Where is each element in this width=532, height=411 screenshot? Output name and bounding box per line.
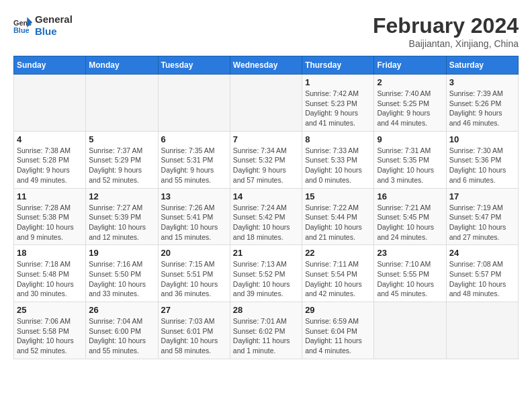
day-number: 18	[17, 248, 83, 258]
day-info: Sunrise: 7:11 AMSunset: 5:54 PMDaylight:…	[305, 259, 371, 299]
day-number: 1	[305, 77, 371, 87]
calendar-week-row: 11Sunrise: 7:28 AMSunset: 5:38 PMDayligh…	[14, 188, 519, 245]
day-info: Sunrise: 7:18 AMSunset: 5:48 PMDaylight:…	[17, 259, 83, 299]
calendar-cell: 23Sunrise: 7:10 AMSunset: 5:55 PMDayligh…	[374, 245, 446, 302]
day-number: 2	[377, 77, 443, 87]
day-number: 15	[305, 191, 371, 201]
svg-text:Blue: Blue	[13, 26, 30, 34]
day-info: Sunrise: 7:04 AMSunset: 6:00 PMDaylight:…	[89, 316, 154, 356]
day-info: Sunrise: 7:16 AMSunset: 5:50 PMDaylight:…	[89, 259, 154, 299]
day-info: Sunrise: 7:31 AMSunset: 5:35 PMDaylight:…	[377, 146, 443, 185]
calendar-cell	[86, 75, 158, 132]
day-info: Sunrise: 7:34 AMSunset: 5:32 PMDaylight:…	[233, 146, 299, 185]
calendar-cell: 29Sunrise: 6:59 AMSunset: 6:04 PMDayligh…	[302, 302, 374, 359]
calendar-cell: 4Sunrise: 7:38 AMSunset: 5:28 PMDaylight…	[14, 131, 86, 188]
calendar-table: SundayMondayTuesdayWednesdayThursdayFrid…	[13, 56, 519, 359]
calendar-cell	[158, 75, 230, 132]
calendar-cell: 7Sunrise: 7:34 AMSunset: 5:32 PMDaylight…	[230, 131, 302, 188]
day-info: Sunrise: 7:42 AMSunset: 5:23 PMDaylight:…	[305, 89, 371, 128]
logo: General Blue General Blue	[13, 13, 73, 38]
day-info: Sunrise: 7:33 AMSunset: 5:33 PMDaylight:…	[305, 146, 371, 185]
calendar-cell: 21Sunrise: 7:13 AMSunset: 5:52 PMDayligh…	[230, 245, 302, 302]
day-number: 21	[233, 248, 299, 258]
calendar-cell: 25Sunrise: 7:06 AMSunset: 5:58 PMDayligh…	[14, 302, 86, 359]
calendar-cell: 12Sunrise: 7:27 AMSunset: 5:39 PMDayligh…	[86, 188, 158, 245]
day-info: Sunrise: 6:59 AMSunset: 6:04 PMDaylight:…	[305, 316, 371, 356]
calendar-week-row: 25Sunrise: 7:06 AMSunset: 5:58 PMDayligh…	[14, 302, 519, 359]
logo-text-general: General	[35, 13, 73, 26]
day-number: 12	[89, 191, 154, 201]
day-info: Sunrise: 7:39 AMSunset: 5:26 PMDaylight:…	[449, 89, 515, 128]
day-info: Sunrise: 7:35 AMSunset: 5:31 PMDaylight:…	[161, 146, 227, 185]
day-info: Sunrise: 7:10 AMSunset: 5:55 PMDaylight:…	[377, 259, 443, 299]
day-number: 23	[377, 248, 443, 258]
calendar-header-row: SundayMondayTuesdayWednesdayThursdayFrid…	[14, 56, 519, 75]
calendar-cell: 10Sunrise: 7:30 AMSunset: 5:36 PMDayligh…	[446, 131, 518, 188]
weekday-header-monday: Monday	[86, 56, 158, 75]
day-info: Sunrise: 7:37 AMSunset: 5:29 PMDaylight:…	[89, 146, 154, 185]
calendar-cell	[446, 302, 518, 359]
day-info: Sunrise: 7:24 AMSunset: 5:42 PMDaylight:…	[233, 203, 299, 242]
day-number: 25	[17, 305, 83, 315]
day-info: Sunrise: 7:21 AMSunset: 5:45 PMDaylight:…	[377, 203, 443, 242]
day-number: 3	[449, 77, 515, 87]
calendar-cell: 27Sunrise: 7:03 AMSunset: 6:01 PMDayligh…	[158, 302, 230, 359]
day-number: 8	[305, 134, 371, 144]
calendar-week-row: 18Sunrise: 7:18 AMSunset: 5:48 PMDayligh…	[14, 245, 519, 302]
calendar-cell: 6Sunrise: 7:35 AMSunset: 5:31 PMDaylight…	[158, 131, 230, 188]
day-info: Sunrise: 7:19 AMSunset: 5:47 PMDaylight:…	[449, 203, 515, 242]
calendar-cell: 3Sunrise: 7:39 AMSunset: 5:26 PMDaylight…	[446, 75, 518, 132]
weekday-header-thursday: Thursday	[302, 56, 374, 75]
day-info: Sunrise: 7:13 AMSunset: 5:52 PMDaylight:…	[233, 259, 299, 299]
weekday-header-saturday: Saturday	[446, 56, 518, 75]
day-info: Sunrise: 7:38 AMSunset: 5:28 PMDaylight:…	[17, 146, 83, 185]
calendar-cell: 24Sunrise: 7:08 AMSunset: 5:57 PMDayligh…	[446, 245, 518, 302]
day-number: 20	[161, 248, 227, 258]
calendar-week-row: 1Sunrise: 7:42 AMSunset: 5:23 PMDaylight…	[14, 75, 519, 132]
day-number: 28	[233, 305, 299, 315]
calendar-cell: 9Sunrise: 7:31 AMSunset: 5:35 PMDaylight…	[374, 131, 446, 188]
day-number: 13	[161, 191, 227, 201]
calendar-cell: 18Sunrise: 7:18 AMSunset: 5:48 PMDayligh…	[14, 245, 86, 302]
day-number: 10	[449, 134, 515, 144]
calendar-cell: 8Sunrise: 7:33 AMSunset: 5:33 PMDaylight…	[302, 131, 374, 188]
day-info: Sunrise: 7:27 AMSunset: 5:39 PMDaylight:…	[89, 203, 154, 242]
calendar-cell: 28Sunrise: 7:01 AMSunset: 6:02 PMDayligh…	[230, 302, 302, 359]
day-number: 27	[161, 305, 227, 315]
day-number: 24	[449, 248, 515, 258]
month-title: February 2024	[373, 13, 519, 38]
weekday-header-sunday: Sunday	[14, 56, 86, 75]
calendar-cell: 22Sunrise: 7:11 AMSunset: 5:54 PMDayligh…	[302, 245, 374, 302]
day-info: Sunrise: 7:28 AMSunset: 5:38 PMDaylight:…	[17, 203, 83, 242]
calendar-cell: 16Sunrise: 7:21 AMSunset: 5:45 PMDayligh…	[374, 188, 446, 245]
calendar-cell	[374, 302, 446, 359]
calendar-cell: 20Sunrise: 7:15 AMSunset: 5:51 PMDayligh…	[158, 245, 230, 302]
weekday-header-wednesday: Wednesday	[230, 56, 302, 75]
weekday-header-friday: Friday	[374, 56, 446, 75]
day-number: 29	[305, 305, 371, 315]
day-info: Sunrise: 7:01 AMSunset: 6:02 PMDaylight:…	[233, 316, 299, 356]
logo-icon: General Blue	[13, 16, 32, 35]
day-number: 16	[377, 191, 443, 201]
day-info: Sunrise: 7:22 AMSunset: 5:44 PMDaylight:…	[305, 203, 371, 242]
calendar-cell: 2Sunrise: 7:40 AMSunset: 5:25 PMDaylight…	[374, 75, 446, 132]
calendar-cell: 13Sunrise: 7:26 AMSunset: 5:41 PMDayligh…	[158, 188, 230, 245]
day-number: 4	[17, 134, 83, 144]
day-number: 14	[233, 191, 299, 201]
calendar-cell: 1Sunrise: 7:42 AMSunset: 5:23 PMDaylight…	[302, 75, 374, 132]
day-number: 5	[89, 134, 154, 144]
day-info: Sunrise: 7:40 AMSunset: 5:25 PMDaylight:…	[377, 89, 443, 128]
day-number: 26	[89, 305, 154, 315]
calendar-cell: 11Sunrise: 7:28 AMSunset: 5:38 PMDayligh…	[14, 188, 86, 245]
calendar-cell	[230, 75, 302, 132]
day-number: 7	[233, 134, 299, 144]
calendar-week-row: 4Sunrise: 7:38 AMSunset: 5:28 PMDaylight…	[14, 131, 519, 188]
day-info: Sunrise: 7:30 AMSunset: 5:36 PMDaylight:…	[449, 146, 515, 185]
logo-text-blue: Blue	[35, 26, 73, 38]
day-number: 19	[89, 248, 154, 258]
calendar-cell: 19Sunrise: 7:16 AMSunset: 5:50 PMDayligh…	[86, 245, 158, 302]
calendar-cell: 14Sunrise: 7:24 AMSunset: 5:42 PMDayligh…	[230, 188, 302, 245]
day-number: 11	[17, 191, 83, 201]
calendar-cell: 15Sunrise: 7:22 AMSunset: 5:44 PMDayligh…	[302, 188, 374, 245]
calendar-cell	[14, 75, 86, 132]
